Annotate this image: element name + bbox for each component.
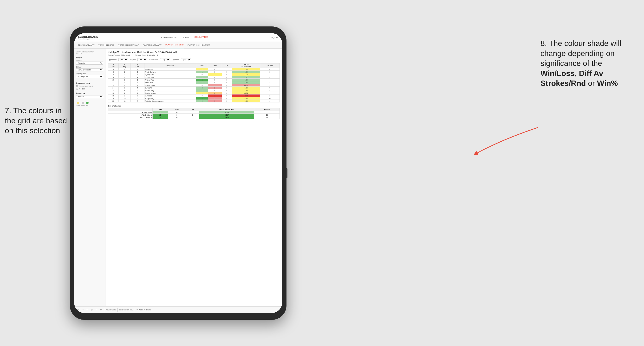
table-row: 1474Eunice Yi2200.389 xyxy=(108,87,280,89)
col-rounds: Rounds xyxy=(260,63,280,68)
sidebar: Last Updated: 27/03/2024 16:55:38 Player… xyxy=(74,49,106,306)
sidebar-division-label: Division xyxy=(76,66,103,68)
annotation-left: 7. The colours in the grid are based on … xyxy=(5,106,70,136)
subnav-team-h2h-heatmap[interactable]: TEAM H2H HEATMAP xyxy=(118,42,139,48)
tablet-screen: SCOREBOARD Powered by clippd TOURNAMENTS… xyxy=(74,33,282,313)
toolbar-divider-2 xyxy=(118,308,118,312)
legend: Down Level Up xyxy=(76,102,103,106)
region-label: Region xyxy=(130,59,136,61)
grid-title: Katelyn Vo Head-to-Head Grid for Women's… xyxy=(108,51,280,54)
legend-down: Down xyxy=(76,102,80,106)
conference-label: Conference xyxy=(149,59,158,61)
table-row: 1585Stella Cheng1001.254 xyxy=(108,89,280,92)
nav-teams[interactable]: TEAMS xyxy=(182,36,190,39)
overall-record: Overall Record: 353 - 34 - 6 xyxy=(108,54,130,56)
radio-top100[interactable]: Top 100 xyxy=(76,88,103,90)
nav-committee[interactable]: COMMITTEE xyxy=(194,36,208,39)
annotation-right: 8. The colour shade will change dependin… xyxy=(540,38,637,88)
bottom-toolbar: ↩ ↩ ↩ ⊞ ↩ ⊙ View: Original Save Custom V… xyxy=(74,306,282,313)
copy-btn[interactable]: ⊞ xyxy=(90,309,94,311)
opponent-filter-label: Opponent xyxy=(172,59,179,61)
region-select[interactable]: (All) xyxy=(138,58,147,61)
toolbar-divider-3 xyxy=(135,308,135,312)
col-win: Win xyxy=(196,63,208,68)
division-record: Division Record: 331 - 34 - 6 xyxy=(135,54,158,56)
table-row: 522Alexis Sudjianto1004.003 xyxy=(108,71,280,73)
header-right: › Sign out xyxy=(269,36,278,38)
subnav-player-h2h-grid[interactable]: PLAYER H2H GRID xyxy=(166,42,184,48)
records-row: Overall Record: 353 - 34 - 6 Division Re… xyxy=(108,54,280,56)
subnav-player-summary[interactable]: PLAYER SUMMARY xyxy=(143,42,162,48)
table-row: 311Esther Lee1011.504 xyxy=(108,68,280,71)
undo2-btn[interactable]: ↩ xyxy=(95,309,98,311)
legend-dot-level xyxy=(82,102,84,104)
radio-dot-played xyxy=(76,85,78,87)
col-div: #Div xyxy=(108,63,119,68)
toolbar-divider-1 xyxy=(104,308,104,312)
opponent-view-title: Opponent view xyxy=(76,82,103,84)
subnav-player-h2h-heatmap[interactable]: PLAYER H2H HEATMAP xyxy=(188,42,210,48)
tablet-button xyxy=(286,168,288,178)
table-row: 914Sharon Mun1003.673 xyxy=(108,76,280,79)
watch-btn[interactable]: 👁 Watch ▾ xyxy=(136,309,145,311)
grid-table: #Div #Reg #Conf Opponent Win Loss Tie Di… xyxy=(108,63,280,102)
table-header-row: #Div #Reg #Conf Opponent Win Loss Tie Di… xyxy=(108,63,280,68)
col-tie: Tie xyxy=(222,63,232,68)
view-original-btn[interactable]: View: Original xyxy=(106,309,116,311)
undo-btn[interactable]: ↩ xyxy=(76,309,80,311)
sub-nav: TEAM SUMMARY TEAM H2H GRID TEAM H2H HEAT… xyxy=(74,42,282,49)
subnav-team-summary[interactable]: TEAM SUMMARY xyxy=(78,42,94,48)
table-row: 1822Euna Lee010-5.002 xyxy=(108,95,280,97)
sidebar-player-rank-select[interactable]: 8. Katelyn Vo xyxy=(76,75,103,78)
filter-row: Opponents: (All) Region (All) Conference… xyxy=(108,58,280,61)
col-diff: Diff AvStrokes/Rnd xyxy=(232,63,260,68)
step-back-btn[interactable]: ↩ xyxy=(86,309,89,311)
col-reg: #Reg xyxy=(119,63,131,68)
table-row: 1063Andrea York2004.004 xyxy=(108,79,280,81)
legend-up: Up xyxy=(86,102,88,106)
main-content: Last Updated: 27/03/2024 16:55:38 Player… xyxy=(74,49,282,306)
out-of-div-table: WinLossTieDiff Av Strokes/RndRoundsForei… xyxy=(108,108,280,119)
colour-by-title: Colour by xyxy=(76,92,103,94)
subnav-team-h2h-grid[interactable]: TEAM H2H GRID xyxy=(98,42,114,48)
table-row: 11115Heejo Hyun1003.333 xyxy=(108,81,280,84)
sidebar-division-select[interactable]: NCAA Division III xyxy=(76,68,103,71)
conference-select[interactable]: (All) xyxy=(160,58,170,61)
col-opponent: Opponent xyxy=(144,63,196,68)
arrow-right xyxy=(473,125,540,156)
col-conf: #Conf xyxy=(131,63,144,68)
legend-dot-down xyxy=(77,102,79,104)
sidebar-timestamp: Last Updated: 27/03/2024 16:55:38 xyxy=(76,51,103,54)
sidebar-gender-select[interactable]: Women's xyxy=(76,62,103,65)
table-row: 1621Jessica Mason120-0.94 xyxy=(108,92,280,95)
content-area: Katelyn Vo Head-to-Head Grid for Women's… xyxy=(106,49,282,306)
nav-tournaments[interactable]: TOURNAMENTS xyxy=(159,36,177,39)
sidebar-player-rank-label: Player (Rank) xyxy=(76,73,103,75)
history-btn[interactable]: ⊙ xyxy=(100,309,102,311)
opponent-view-section: Opponent view Opponents Played Top 100 xyxy=(76,82,103,90)
save-custom-btn[interactable]: Save Custom View xyxy=(119,309,133,311)
radio-opponents-played[interactable]: Opponents Played xyxy=(76,85,103,87)
table-row: 20106Emily Chang4100.3011 xyxy=(108,97,280,100)
sidebar-gender-label: Gender xyxy=(76,59,103,61)
colour-by-section: Colour by Win/loss xyxy=(76,92,103,100)
share-btn[interactable]: Share xyxy=(146,309,151,311)
sign-in-icon: › xyxy=(269,36,270,38)
opponents-label: Opponents: xyxy=(108,59,116,61)
radio-dot-top100 xyxy=(76,88,78,90)
tablet-shell: SCOREBOARD Powered by clippd TOURNAMENTS… xyxy=(70,26,286,320)
out-of-div-row: Foreign Team1004.5002 xyxy=(108,111,280,114)
out-of-division-title: Out of division xyxy=(108,105,280,107)
redo-btn[interactable]: ↩ xyxy=(81,309,84,311)
app-header: SCOREBOARD Powered by clippd TOURNAMENTS… xyxy=(74,33,282,42)
opponent-filter-select[interactable]: (All) xyxy=(181,58,191,61)
legend-dot-up xyxy=(86,102,88,104)
nav-links: TOURNAMENTS TEAMS COMMITTEE xyxy=(159,36,208,39)
out-of-div-row: NAIA Division 115009.26730 xyxy=(108,114,280,116)
table-row: 1311Jessica Huang010-3.002 xyxy=(108,84,280,87)
colour-by-select[interactable]: Win/loss xyxy=(76,95,103,98)
table-row: 633Sydney Kuo010-1.00 xyxy=(108,73,280,76)
sign-out-link[interactable]: Sign out xyxy=(271,36,278,38)
opponents-select[interactable]: (All) xyxy=(118,58,128,61)
sidebar-player-title: Player xyxy=(76,56,103,58)
